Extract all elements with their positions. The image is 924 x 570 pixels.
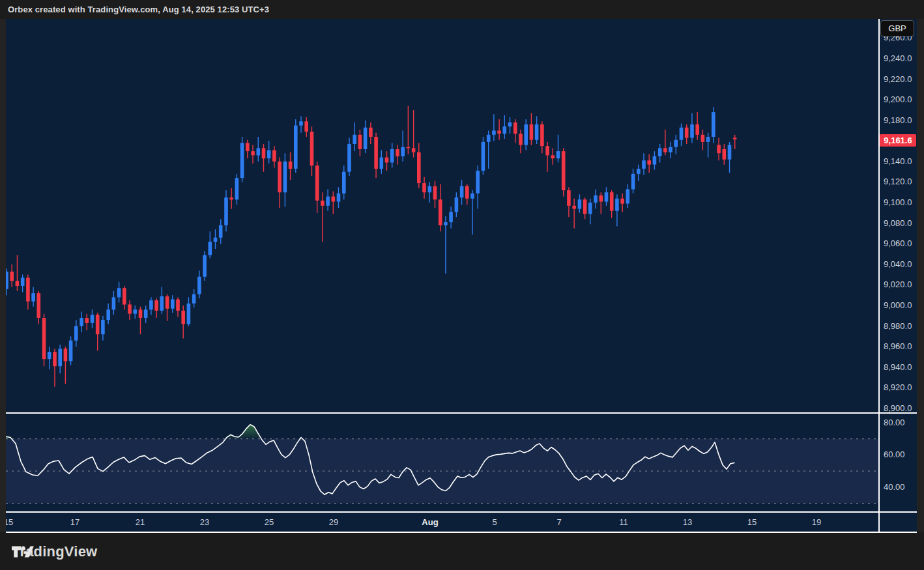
candle <box>337 193 341 202</box>
candle <box>144 309 148 318</box>
candle <box>117 288 121 297</box>
price-axis-separator <box>878 19 880 533</box>
candle <box>588 203 592 214</box>
rsi-tick-label: 60.00 <box>884 449 905 460</box>
candle-wick <box>322 192 323 242</box>
candle <box>326 197 330 206</box>
candle <box>680 128 684 140</box>
candle <box>674 140 678 147</box>
left-gutter <box>0 19 6 532</box>
candle <box>283 162 287 192</box>
pane-separator[interactable] <box>6 412 917 414</box>
candle <box>540 124 544 146</box>
candle <box>524 124 528 145</box>
candle <box>160 296 164 311</box>
candle <box>197 277 201 294</box>
candle <box>695 124 699 135</box>
candle <box>460 186 464 197</box>
time-axis[interactable]: 151721232529Aug5711131519 <box>6 513 917 532</box>
candle <box>154 300 158 311</box>
candle <box>439 199 442 225</box>
time-tick-label: 13 <box>683 513 692 532</box>
time-tick-label: 17 <box>70 513 79 532</box>
candle <box>181 311 185 324</box>
candle <box>717 145 721 154</box>
candle <box>492 131 496 135</box>
candle <box>508 122 512 126</box>
candle <box>187 304 191 324</box>
price-tick-label: 9,020.0 <box>884 279 912 290</box>
price-tick-label: 9,240.0 <box>884 53 912 64</box>
candle <box>658 148 662 156</box>
candle <box>123 288 126 304</box>
candle <box>294 126 298 169</box>
candle <box>272 150 276 162</box>
candle <box>240 143 244 178</box>
tradingview-logo-icon <box>12 544 34 560</box>
candle <box>16 281 20 286</box>
candle <box>58 349 62 366</box>
price-tick-label: 8,940.0 <box>884 362 912 373</box>
candle <box>374 137 378 169</box>
candle <box>594 195 598 203</box>
candle <box>701 135 705 142</box>
tradingview-logo-link[interactable]: TradingView <box>12 543 97 560</box>
candle <box>112 297 116 309</box>
price-tick-label: 8,980.0 <box>884 321 912 332</box>
candle <box>605 192 609 201</box>
candle <box>513 122 517 134</box>
candle <box>545 146 549 155</box>
top-attribution-bar: Orbex created with TradingView.com, Aug … <box>0 0 924 18</box>
price-tick-label: 9,200.0 <box>884 94 912 105</box>
candle-wick <box>573 199 574 229</box>
candle <box>615 199 619 211</box>
rsi-indicator-pane[interactable] <box>0 414 878 511</box>
time-tick-label: 21 <box>136 513 145 532</box>
candle <box>503 126 507 134</box>
candle <box>85 318 89 323</box>
main-price-pane[interactable] <box>0 19 878 412</box>
candle <box>192 294 196 304</box>
candle <box>535 124 539 140</box>
candle-wick <box>493 114 494 141</box>
candle <box>669 147 672 152</box>
currency-button[interactable]: GBP <box>880 20 914 36</box>
candle <box>53 352 57 366</box>
candle <box>369 128 373 137</box>
candle-wick <box>734 135 735 149</box>
price-axis[interactable]: 9,260.09,240.09,220.09,200.09,180.09,140… <box>880 19 917 532</box>
candle <box>390 149 394 163</box>
candle <box>685 128 689 138</box>
price-tick-label: 9,000.0 <box>884 300 912 311</box>
candle <box>304 121 308 132</box>
candle <box>139 309 143 318</box>
candle <box>470 193 474 199</box>
candle <box>567 190 571 206</box>
candle <box>562 151 566 190</box>
candle-wick <box>498 119 499 140</box>
candle <box>74 326 78 341</box>
candle <box>422 183 426 192</box>
candle <box>267 150 271 159</box>
candle <box>79 318 83 326</box>
candle <box>728 145 732 160</box>
candle <box>642 160 646 169</box>
price-tick-label: 8,960.0 <box>884 341 912 352</box>
time-tick-label: 19 <box>812 513 821 532</box>
time-tick-label: 29 <box>329 513 338 532</box>
candle <box>723 149 727 160</box>
price-tick-label: 9,060.0 <box>884 238 912 249</box>
price-tick-label: 9,140.0 <box>884 156 912 167</box>
candle <box>385 158 389 163</box>
price-tick-label: 9,040.0 <box>884 259 912 270</box>
candle <box>48 352 51 359</box>
candle <box>64 349 68 361</box>
candle <box>497 131 501 134</box>
candle <box>315 165 319 201</box>
time-tick-label: 11 <box>619 513 628 532</box>
candle <box>262 148 266 158</box>
price-tick-label: 9,180.0 <box>884 115 912 126</box>
candle <box>176 300 180 311</box>
candle <box>417 152 421 183</box>
rsi-tick-label: 40.00 <box>884 482 905 492</box>
